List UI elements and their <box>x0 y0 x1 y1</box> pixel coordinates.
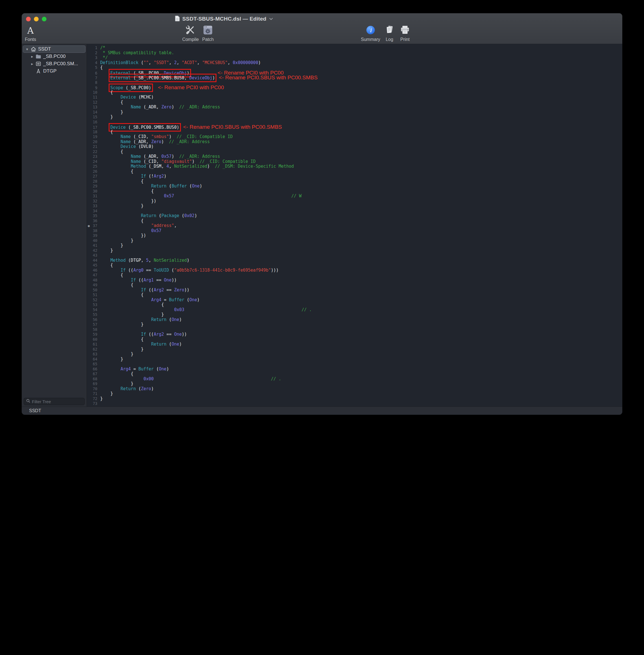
sidebar-item-sb-pc00-sm[interactable]: ▸_SB.PC00.SM... <box>23 60 86 67</box>
line-number: 5 <box>87 65 97 70</box>
zoom-button[interactable] <box>42 17 47 21</box>
line-number: 71 <box>87 391 97 397</box>
code-line: 70 Return (Zero) <box>87 386 622 391</box>
patch-button[interactable]: Patch <box>202 25 214 42</box>
line-number: 60 <box>87 337 97 342</box>
code-line: 13 Name (_ADR, Zero) // _ADR: Address <box>87 105 622 110</box>
code-line: 47 { <box>87 273 622 278</box>
line-number: 20 <box>87 139 97 144</box>
code-line: ●37 "address", <box>87 223 622 228</box>
code-line: 72} <box>87 397 622 402</box>
code-line: 65 <box>87 362 622 367</box>
line-number: 67 <box>87 371 97 377</box>
line-number: 52 <box>87 298 97 303</box>
code-line: 38 0x57 <box>87 228 622 233</box>
log-button[interactable]: Log <box>385 25 394 42</box>
sidebar-item-label: SSDT <box>38 46 51 52</box>
line-number: 43 <box>87 253 97 258</box>
log-pages-icon <box>385 25 394 36</box>
code-line: 63 } <box>87 352 622 357</box>
code-line: 22 { <box>87 149 622 154</box>
sidebar-item-dtgp[interactable]: DTGP <box>23 67 86 75</box>
fonts-label: Fonts <box>25 37 36 42</box>
code-line: 26 { <box>87 169 622 174</box>
code-line: 49 { <box>87 283 622 288</box>
code-line: 14 } <box>87 110 622 115</box>
sidebar-item-ssdt[interactable]: ▾SSDT <box>23 45 86 53</box>
summary-button[interactable]: i Summary <box>361 25 380 42</box>
line-number: 1 <box>87 45 97 50</box>
disclosure-triangle-icon[interactable]: ▸ <box>29 54 35 59</box>
code-line: 35 Return (Package (0x02) <box>87 213 622 219</box>
code-line: 25 Method (_DSM, 4, NotSerialized) // _D… <box>87 164 622 169</box>
house-icon <box>30 47 37 52</box>
fonts-icon: A <box>27 26 33 35</box>
line-number: 45 <box>87 263 97 268</box>
compile-button[interactable]: Compile <box>182 25 199 42</box>
close-button[interactable] <box>26 17 31 21</box>
line-number: 54 <box>87 308 97 313</box>
code-line: 6 External (_SB_.PC00, DeviceObj)<- Rena… <box>87 70 622 75</box>
window-chrome: SSDT-SBUS-MCHC.dsl — Edited A Fonts <box>22 13 622 44</box>
line-number: 32 <box>87 199 97 204</box>
line-number: 57 <box>87 322 97 327</box>
rename-annotation: <- Rename PCI0.SBUS with PC00.SMBS <box>183 124 282 130</box>
code-line: 42 } <box>87 248 622 253</box>
filter-tree-input[interactable] <box>32 399 88 404</box>
print-label: Print <box>400 37 410 42</box>
filter-tree-field[interactable] <box>24 398 85 405</box>
code-line: 2 * SMBus compatibility table. <box>87 50 622 55</box>
code-area: 1/*2 * SMBus compatibility table.3 */4De… <box>87 45 622 406</box>
line-number: 62 <box>87 347 97 352</box>
fonts-button[interactable]: A Fonts <box>25 25 36 42</box>
code-line: 33 } <box>87 204 622 209</box>
print-button[interactable]: Print <box>400 25 410 42</box>
code-line: 36 { <box>87 219 622 224</box>
sidebar: ▾SSDT▸_SB.PC00▸_SB.PC00.SM...DTGP <box>22 44 87 407</box>
line-number: 42 <box>87 248 97 253</box>
line-number: 13 <box>87 105 97 110</box>
code-line: 32 }) <box>87 199 622 204</box>
line-number: 34 <box>87 209 97 214</box>
status-text: SSDT <box>29 408 41 413</box>
code-line: 27 If (!Arg2) <box>87 174 622 179</box>
line-number: 26 <box>87 169 97 174</box>
line-number: 25 <box>87 164 97 169</box>
code-editor[interactable]: 1/*2 * SMBus compatibility table.3 */4De… <box>87 44 622 407</box>
line-number: 69 <box>87 381 97 386</box>
method-icon <box>35 69 42 74</box>
patch-highlight-box: External (_SB_.PC00, DeviceObj) <box>110 71 189 76</box>
line-number: 10 <box>87 90 97 95</box>
code-line: 73 <box>87 401 622 406</box>
summary-label: Summary <box>361 37 380 42</box>
code-line: 69 } <box>87 381 622 386</box>
disclosure-triangle-icon[interactable]: ▸ <box>29 62 35 66</box>
folder-icon <box>35 54 42 59</box>
search-icon <box>26 399 30 404</box>
line-number: 24 <box>87 159 97 164</box>
code-line: 59 If ((Arg2 == One)) <box>87 332 622 337</box>
line-number: 35 <box>87 213 97 219</box>
line-number: 55 <box>87 312 97 317</box>
titlebar[interactable]: SSDT-SBUS-MCHC.dsl — Edited <box>22 13 622 25</box>
traffic-lights <box>26 17 47 21</box>
line-number: 14 <box>87 110 97 115</box>
code-line: 43 <box>87 253 622 258</box>
code-line: 52 Arg4 = Buffer (One) <box>87 298 622 303</box>
disclosure-triangle-icon[interactable]: ▾ <box>24 47 30 51</box>
line-number: 58 <box>87 327 97 332</box>
rename-annotation: <- Rename PCI0.SBUS with PC00.SMBS <box>219 74 318 81</box>
line-number: 46 <box>87 268 97 273</box>
code-line: 4DefinitionBlock ("", "SSDT", 2, "ACDT",… <box>87 61 622 66</box>
title-chevron-icon[interactable] <box>269 16 273 21</box>
line-number: 29 <box>87 184 97 189</box>
minimize-button[interactable] <box>34 17 39 21</box>
line-number: 27 <box>87 174 97 179</box>
line-number: 64 <box>87 357 97 362</box>
document-proxy-icon[interactable] <box>175 16 180 23</box>
line-number: 30 <box>87 189 97 194</box>
line-number: 59 <box>87 332 97 337</box>
code-line: 64 } <box>87 357 622 362</box>
sidebar-item-sb-pc00[interactable]: ▸_SB.PC00 <box>23 53 86 60</box>
code-line: 7 External (_SB_.PC00.SMBS.BUS0, DeviceO… <box>87 75 622 80</box>
